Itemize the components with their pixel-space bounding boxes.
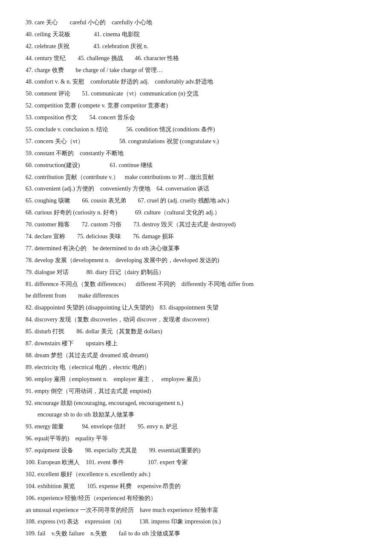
content-line: 88. dream 梦想（其过去式是 dreamed 或 dreamt) — [26, 350, 366, 361]
content-line: 44. century 世纪 45. challenge 挑战 46. char… — [26, 53, 366, 64]
content-line: 93. energy 能量 94. envelope 信封 95. envy n… — [26, 421, 366, 432]
content-line: encourage sb to do sth 鼓励某人做某事 — [26, 409, 366, 420]
content-line: 90. employ 雇用（employment n. employer 雇主，… — [26, 374, 366, 385]
content-line: 47. charge 收费 be charge of / take charge… — [26, 65, 366, 76]
content-line: 55. conclude v. conclusion n. 结论 56. con… — [26, 124, 366, 135]
content-line: 65. coughing 咳嗽 66. cousin 表兄弟 67. cruel… — [26, 195, 366, 206]
content-line: 57. concern 关心（vt） 58. congratulations 祝… — [26, 136, 366, 147]
content-line: 74. declare 宣称 75. delicious 美味 76. dama… — [26, 231, 366, 242]
content-line: 89. electricity 电（electrical 电的，electric… — [26, 362, 366, 373]
content-line: 91. empty 倒空（可用动词，其过去式是 emptied) — [26, 386, 366, 397]
content-line: 92. encourage 鼓励 (encouraging, encourage… — [26, 398, 366, 409]
content-line: 78. develop 发展（development n. developing… — [26, 255, 366, 266]
content-line: 104. exhibition 展览 105. expense 耗费 expen… — [26, 481, 366, 492]
content-line: 42. celebrate 庆祝 43. celebration 庆祝 n. — [26, 41, 366, 52]
content-line: 40. ceiling 天花板 41. cinema 电影院 — [26, 29, 366, 40]
content-line: 82. disappointed 失望的 (disappointing 让人失望… — [26, 302, 366, 313]
content-line: 70. customer 顾客 72. custom 习俗 73. destro… — [26, 219, 366, 230]
content-line: 96. equal(平等的) equality 平等 — [26, 433, 366, 444]
content-line: 79. dialogue 对话 80. diary 日记（dairy 奶制品） — [26, 267, 366, 278]
content-line: 100. European 欧洲人 101. event 事件 107. exp… — [26, 457, 366, 468]
content-line: 106. experience 经验/经历（experienced 有经验的） — [26, 493, 366, 504]
content-line: 85. disturb 打扰 86. dollar 美元（其复数是 dollar… — [26, 326, 366, 337]
content-line: 84. discovery 发现（复数 discoveries，动词 disco… — [26, 314, 366, 325]
content-line: 77. determined 有决心的 be determined to do … — [26, 243, 366, 254]
content-line: 81. difference 不同点（复数 differences） diffe… — [26, 279, 366, 290]
content-line: an unusual experience 一次不同寻常的经历 have muc… — [26, 505, 366, 516]
content-line: 53. composition 作文 54. concert 音乐会 — [26, 112, 366, 123]
content-line: 50. comment 评论 51. communicate（vt）commun… — [26, 88, 366, 99]
content-line: 63. convenient (adj.) 方便的 conveniently 方… — [26, 183, 366, 194]
content-line: 39. care 关心 careful 小心的 carefully 小心地 — [26, 17, 366, 28]
content-line: be different from make differences — [26, 290, 366, 301]
content-line: 59. constant 不断的 constantly 不断地 — [26, 148, 366, 159]
content-line: 60. construction(建设) 61. continue 继续 — [26, 160, 366, 171]
main-content: 39. care 关心 careful 小心的 carefully 小心地40.… — [26, 17, 366, 539]
content-line: 48. comfort v. & n. 安慰 comfortable 舒适的 a… — [26, 76, 366, 87]
content-line: 108. express (vt) 表达 expression（n) 138. … — [26, 516, 366, 527]
content-line: 87. downstairs 楼下 upstairs 楼上 — [26, 338, 366, 349]
content-line: 62. contribution 贡献（contribute v.） make … — [26, 172, 366, 183]
content-line: 109. fail v.失败 failure n.失败 fail to do s… — [26, 528, 366, 539]
content-line: 102. excellent 极好（excellence n. excellen… — [26, 469, 366, 480]
content-line: 97. equipment 设备 98. especially 尤其是 99. … — [26, 445, 366, 456]
content-line: 52. competition 竞赛 (compete v. 竞赛 compet… — [26, 100, 366, 111]
content-line: 68. curious 好奇的 (curiosity n. 好奇) 69. cu… — [26, 207, 366, 218]
